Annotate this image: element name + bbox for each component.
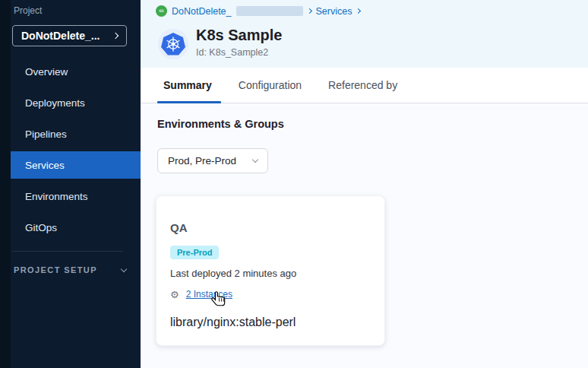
sidebar-item-label: Environments bbox=[25, 191, 88, 202]
environment-filter-value: Prod, Pre-Prod bbox=[168, 155, 236, 167]
project-setup-label: PROJECT SETUP bbox=[14, 265, 97, 274]
tab-configuration[interactable]: Configuration bbox=[239, 79, 302, 91]
sidebar-item-pipelines[interactable]: Pipelines bbox=[11, 120, 141, 148]
sidebar-item-deployments[interactable]: Deployments bbox=[11, 89, 141, 116]
sidebar-left-rail bbox=[0, 0, 11, 368]
breadcrumb-separator-icon bbox=[306, 8, 311, 14]
sidebar-item-label: Services bbox=[25, 160, 65, 171]
instances-icon: ⚙ bbox=[170, 290, 179, 300]
tab-summary[interactable]: Summary bbox=[163, 79, 212, 91]
last-deployed-text: Last deployed 2 minutes ago bbox=[170, 268, 296, 279]
main-panel: ∞ DoNotDelete_ Services bbox=[141, 0, 588, 368]
sidebar-item-label: Deployments bbox=[25, 97, 85, 109]
page-header: ∞ DoNotDelete_ Services bbox=[141, 0, 588, 68]
summary-content: Environments & Groups Prod, Pre-Prod QA … bbox=[141, 103, 588, 368]
sidebar-item-environments[interactable]: Environments bbox=[11, 182, 141, 210]
sidebar-item-gitops[interactable]: GitOps bbox=[11, 214, 141, 241]
project-selector-value: DoNotDelete_... bbox=[21, 30, 100, 42]
instances-row: ⚙ 2 Instances bbox=[170, 289, 232, 300]
sidebar-divider bbox=[12, 251, 123, 252]
environment-name: QA bbox=[170, 221, 188, 234]
breadcrumb: ∞ DoNotDelete_ Services bbox=[156, 5, 360, 17]
service-id: Id: K8s_Sample2 bbox=[196, 47, 268, 58]
sidebar-item-label: GitOps bbox=[25, 222, 57, 233]
project-section-label: Project bbox=[14, 5, 42, 16]
chevron-down-icon bbox=[121, 265, 127, 271]
project-selector[interactable]: DoNotDelete_... bbox=[12, 25, 127, 46]
environment-card: QA Pre-Prod Last deployed 2 minutes ago … bbox=[156, 195, 385, 346]
env-type-badge: Pre-Prod bbox=[170, 246, 219, 259]
service-logo bbox=[158, 29, 188, 59]
tab-referenced-by[interactable]: Referenced by bbox=[328, 79, 397, 91]
environments-groups-heading: Environments & Groups bbox=[157, 118, 284, 130]
project-icon: ∞ bbox=[156, 5, 167, 17]
chevron-right-icon bbox=[112, 33, 119, 39]
sidebar-item-label: Overview bbox=[25, 66, 68, 78]
sidebar-item-services[interactable]: Services bbox=[11, 151, 141, 179]
project-icon-glyph: ∞ bbox=[159, 8, 163, 14]
page-title: K8s Sample bbox=[196, 27, 282, 44]
environment-filter-dropdown[interactable]: Prod, Pre-Prod bbox=[157, 148, 268, 173]
breadcrumb-services-link[interactable]: Services bbox=[316, 6, 352, 17]
chevron-down-icon bbox=[252, 157, 258, 163]
sidebar-item-label: Pipelines bbox=[25, 128, 67, 140]
kubernetes-wheel-icon bbox=[165, 36, 182, 52]
app-window: Project DoNotDelete_... Overview Deploym… bbox=[0, 0, 588, 368]
project-setup-toggle[interactable]: PROJECT SETUP bbox=[14, 265, 126, 274]
kubernetes-icon bbox=[161, 33, 185, 56]
sidebar: Project DoNotDelete_... Overview Deploym… bbox=[0, 0, 141, 368]
text-selection-highlight bbox=[236, 6, 303, 16]
artifact-name: library/nginx:stable-perl bbox=[170, 316, 296, 329]
sidebar-item-overview[interactable]: Overview bbox=[11, 58, 141, 85]
tab-bar: Summary Configuration Referenced by bbox=[141, 68, 588, 103]
breadcrumb-project-link[interactable]: DoNotDelete_ bbox=[172, 6, 232, 17]
breadcrumb-separator-icon bbox=[356, 8, 361, 14]
instances-link[interactable]: 2 Instances bbox=[186, 289, 232, 300]
